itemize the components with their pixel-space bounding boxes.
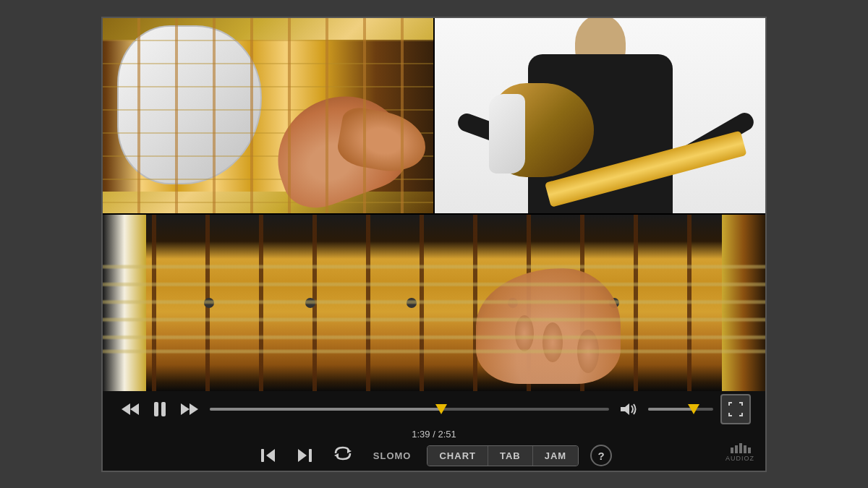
volume-fill [648, 408, 694, 411]
svg-marker-7 [266, 449, 275, 462]
svg-rect-8 [261, 449, 264, 462]
hand-right [260, 78, 417, 213]
volume-track[interactable] [648, 408, 713, 411]
progress-thumb [435, 404, 447, 414]
video-top-right [435, 18, 765, 213]
fullscreen-button[interactable] [720, 394, 751, 424]
fretting-hand [476, 268, 621, 384]
audioz-icon [729, 442, 751, 455]
loop-button[interactable] [328, 444, 357, 467]
help-button[interactable]: ? [590, 445, 612, 466]
slomo-label: SLOMO [369, 449, 416, 463]
fret-dot-2 [305, 298, 315, 308]
pause-button[interactable] [150, 398, 169, 420]
audioz-watermark: AUDIOZ [726, 442, 754, 462]
volume-slider-container [648, 408, 713, 411]
progress-track[interactable] [210, 408, 609, 411]
svg-marker-5 [190, 403, 198, 415]
fastforward-button[interactable] [176, 399, 203, 419]
hand-knuckles [335, 105, 430, 177]
video-bottom [103, 213, 765, 391]
svg-marker-1 [130, 403, 139, 415]
svg-marker-9 [298, 449, 307, 462]
volume-button[interactable] [616, 399, 641, 419]
finger-2 [542, 322, 563, 362]
tab-tab[interactable]: TAB [488, 446, 533, 466]
guitar-end [722, 215, 765, 391]
player-container: 1:39 / 2:51 [101, 17, 767, 472]
svg-rect-14 [735, 445, 738, 453]
time-row: 1:39 / 2:51 [117, 429, 751, 440]
guitar-closeup [103, 18, 433, 213]
time-display: 1:39 / 2:51 [401, 429, 467, 440]
secondary-controls-row: SLOMO CHART TAB JAM ? [117, 444, 751, 467]
guitar-body-white [489, 94, 525, 174]
playback-row [117, 394, 751, 424]
svg-marker-0 [122, 403, 130, 415]
svg-marker-4 [181, 403, 190, 415]
rewind-button[interactable] [117, 399, 143, 419]
guitar-body [117, 25, 262, 184]
svg-rect-17 [748, 448, 751, 453]
to-end-button[interactable] [292, 447, 317, 464]
video-area [103, 18, 765, 391]
audioz-text: AUDIOZ [726, 455, 754, 462]
guitarist-full-shot [435, 18, 765, 213]
to-start-button[interactable] [256, 447, 281, 464]
svg-rect-16 [744, 445, 746, 453]
progress-fill [210, 408, 441, 411]
svg-rect-15 [739, 443, 742, 453]
fret-dot-1 [204, 298, 214, 308]
chart-tab[interactable]: CHART [427, 446, 488, 466]
guitar-strings [103, 18, 433, 213]
fret-dot-5 [609, 298, 619, 308]
svg-marker-11 [347, 449, 352, 453]
finger-3 [515, 315, 534, 351]
fretboard-closeup [103, 215, 765, 391]
video-top-row [103, 18, 765, 213]
finger-1 [577, 330, 599, 373]
svg-marker-6 [621, 403, 629, 415]
fret-dot-3 [407, 298, 417, 308]
jam-tab[interactable]: JAM [533, 446, 578, 466]
svg-marker-12 [334, 453, 339, 458]
svg-rect-2 [154, 402, 158, 416]
video-top-left [103, 18, 435, 213]
view-tab-group: CHART TAB JAM [427, 445, 579, 466]
controls-bar: 1:39 / 2:51 [103, 391, 765, 471]
guitar-nut [103, 215, 146, 391]
svg-rect-3 [161, 402, 166, 416]
progress-bar[interactable] [210, 399, 609, 419]
svg-rect-13 [731, 448, 733, 453]
svg-rect-10 [309, 449, 312, 462]
volume-thumb [688, 404, 699, 414]
fret-dot-4 [508, 298, 518, 308]
